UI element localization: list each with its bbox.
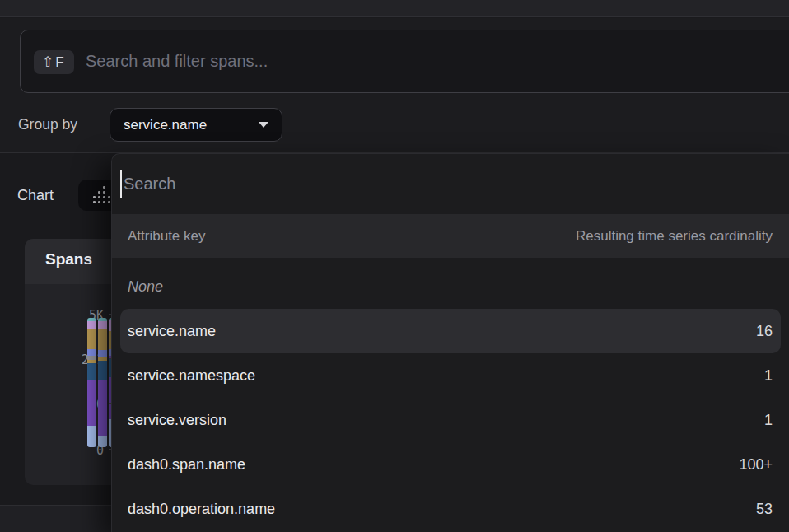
dropdown-search-row (112, 154, 789, 214)
group-by-label: Group by (18, 116, 77, 133)
option-dash0-span-name[interactable]: dash0.span.name 100+ (120, 442, 781, 487)
option-cardinality: 53 (756, 501, 773, 518)
option-key: dash0.operation.name (128, 501, 275, 518)
group-by-dropdown-panel: Attribute key Resulting time series card… (111, 153, 789, 532)
stacked-bar[interactable] (87, 318, 96, 447)
page: ⇧F Group by service.name Chart Spans 5K … (0, 0, 789, 532)
dropdown-column-header: Attribute key Resulting time series card… (112, 214, 789, 258)
chevron-down-icon (259, 122, 268, 128)
option-cardinality: 16 (756, 323, 773, 340)
option-key: service.version (128, 412, 226, 429)
group-by-value: service.name (124, 117, 207, 133)
option-service-namespace[interactable]: service.namespace 1 (120, 353, 781, 398)
bar-segment (98, 380, 107, 436)
top-bar (0, 0, 789, 17)
option-cardinality: 1 (764, 367, 773, 385)
option-dash0-operation-name[interactable]: dash0.operation.name 53 (120, 487, 781, 531)
option-service-version[interactable]: service.version 1 (120, 398, 781, 442)
chart-section-label: Chart (17, 187, 54, 204)
span-filter-box: ⇧F (20, 30, 789, 93)
bar-segment (98, 436, 107, 447)
bar-segment (98, 350, 107, 357)
option-service-name[interactable]: service.name 16 (120, 309, 781, 353)
option-cardinality: 100+ (739, 456, 773, 474)
cardinality-column-label: Resulting time series cardinality (576, 228, 773, 245)
bar-segment (98, 361, 107, 380)
bar-segment (87, 363, 96, 380)
option-key: service.namespace (128, 367, 255, 385)
bar-segment (87, 426, 96, 447)
stacked-bar[interactable] (98, 318, 107, 447)
bar-segment (87, 349, 96, 356)
group-by-dropdown-trigger[interactable]: service.name (110, 108, 282, 142)
dropdown-search-input[interactable] (112, 154, 789, 214)
option-key: service.name (128, 323, 216, 340)
bar-segment (87, 321, 96, 329)
span-filter-input[interactable] (21, 30, 789, 92)
attribute-key-column-label: Attribute key (128, 228, 206, 245)
bar-segment (98, 321, 107, 329)
bar-segment (87, 329, 96, 349)
option-none[interactable]: None (112, 264, 789, 309)
dropdown-option-list: None service.name 16 service.namespace 1… (112, 258, 789, 531)
option-key: dash0.span.name (128, 456, 245, 474)
bar-segment (87, 380, 96, 426)
option-cardinality: 1 (764, 412, 773, 429)
filter-section: ⇧F Group by service.name (0, 18, 789, 153)
keyboard-shortcut-badge: ⇧F (34, 50, 74, 74)
bar-segment (98, 329, 107, 350)
